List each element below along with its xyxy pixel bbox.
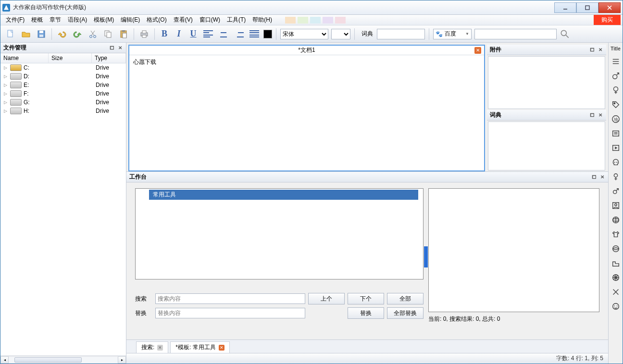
replace-all-button[interactable]: 全部替换 [387,307,424,319]
sidebar-hamburger-icon[interactable] [611,56,621,67]
color-picker[interactable] [263,30,272,38]
tree-row[interactable]: ▷ C: Drive [0,63,126,72]
save-button[interactable] [35,28,48,40]
document-body[interactable]: 心愿下载 [129,55,484,170]
italic-button[interactable]: I [173,29,185,39]
cut-button[interactable] [87,28,99,40]
document-close-icon[interactable]: ✕ [474,47,481,54]
align-right-button[interactable] [233,28,245,40]
tree-row[interactable]: ▷ D: Drive [0,72,126,81]
play-icon[interactable] [611,143,621,153]
panel-close-icon[interactable]: ✕ [599,174,605,180]
menu-tools[interactable]: 工具(T) [224,15,249,25]
shirt-icon[interactable] [611,229,621,240]
panel-close-icon[interactable]: ✕ [117,45,123,50]
mars-icon[interactable] [611,186,621,196]
swatch-5[interactable] [335,17,346,24]
align-justify-button[interactable] [248,28,261,40]
menu-view[interactable]: 查看(V) [170,15,196,25]
bold-button[interactable]: B [159,29,170,39]
preview-box[interactable] [428,188,599,312]
ball-icon[interactable] [611,243,621,254]
minimize-button[interactable] [554,2,576,13]
panel-close-icon[interactable]: ✕ [598,47,603,52]
tab-search[interactable]: 搜索: ✕ [136,341,168,353]
male-icon[interactable] [611,71,621,81]
file-tree-hscroll[interactable]: ◂▸ [0,355,126,364]
swatch-4[interactable] [323,17,333,24]
search-engine-select[interactable]: 🐾 百度 ▼ [433,29,472,39]
swords-icon[interactable] [611,287,621,297]
paste-button[interactable] [117,28,130,40]
web-search-input[interactable] [474,29,557,39]
face-icon[interactable] [611,301,621,312]
tab-template[interactable]: *模板: 常用工具 ✕ [170,341,229,353]
floorplan-icon[interactable] [611,258,621,268]
all-button[interactable]: 全部 [387,293,424,304]
attachment-body[interactable] [488,56,605,109]
panel-pin-icon[interactable]: ⧠ [591,174,598,180]
wheel-icon[interactable] [611,272,621,283]
sidebar-title-label[interactable]: Title [611,45,621,52]
expand-icon[interactable]: ▷ [2,91,8,96]
document-tab[interactable]: *文档1 ✕ [129,46,484,55]
undo-button[interactable] [56,28,68,40]
expand-icon[interactable]: ▷ [2,74,8,79]
earth-icon[interactable]: 地 [611,114,621,124]
prev-button[interactable]: 上个 [308,293,345,304]
panel-close-icon[interactable]: ✕ [598,112,603,118]
template-item[interactable]: 常用工具 [149,190,418,200]
buy-button[interactable]: 购买 [594,15,621,25]
venus-icon[interactable] [611,171,621,182]
expand-icon[interactable]: ▷ [2,83,8,87]
dict-body[interactable] [488,121,605,170]
panel-pin-icon[interactable]: ⧠ [109,45,115,50]
tree-row[interactable]: ▷ F: Drive [0,89,126,98]
dict-input[interactable] [377,29,425,39]
menu-outline[interactable]: 梗概 [28,15,46,25]
close-button[interactable] [598,2,621,13]
panel-pin-icon[interactable]: ⧠ [589,47,596,52]
tree-row[interactable]: ▷ G: Drive [0,98,126,107]
news-icon[interactable] [611,128,621,139]
menu-file[interactable]: 文件(F) [2,15,28,25]
person-icon[interactable] [611,200,621,211]
tree-row[interactable]: ▷ E: Drive [0,81,126,89]
globe-icon[interactable] [611,215,621,225]
copy-button[interactable] [102,28,114,40]
underline-button[interactable]: U [187,29,199,39]
align-left-button[interactable] [202,28,214,40]
menu-phrase[interactable]: 语段(A) [64,15,90,25]
align-center-button[interactable] [217,28,230,40]
new-button[interactable] [4,28,17,40]
swatch-1[interactable] [285,17,296,24]
replace-button[interactable]: 替换 [348,307,384,319]
next-button[interactable]: 下个 [348,293,384,304]
swatch-2[interactable] [298,17,308,24]
tab-close-icon[interactable]: ✕ [157,345,163,351]
menu-window[interactable]: 窗口(W) [196,15,224,25]
web-search-button[interactable] [560,29,570,39]
tree-row[interactable]: ▷ H: Drive [0,107,126,115]
tab-close-icon[interactable]: ✕ [219,345,224,351]
menu-help[interactable]: 帮助(H) [249,15,275,25]
menu-format[interactable]: 格式(O) [143,15,170,25]
panel-pin-icon[interactable]: ⧠ [589,112,596,118]
search-input[interactable] [155,293,305,304]
menu-chapter[interactable]: 章节 [46,15,64,25]
open-button[interactable] [20,28,32,40]
font-select[interactable]: 宋体 [280,29,328,39]
template-list[interactable]: 常用工具 [135,188,424,279]
tag-icon[interactable] [611,99,621,110]
fontsize-select[interactable] [331,29,350,39]
file-tree[interactable]: Name Size Type ▷ C: Drive▷ D: Drive▷ E: … [0,53,126,355]
expand-icon[interactable]: ▷ [2,65,8,70]
female-icon[interactable] [611,85,621,96]
redo-button[interactable] [71,28,84,40]
expand-icon[interactable]: ▷ [2,109,8,113]
splitter-handle[interactable] [424,246,428,267]
expand-icon[interactable]: ▷ [2,100,8,105]
menu-edit[interactable]: 编辑(E) [117,15,143,25]
maximize-button[interactable] [576,2,598,13]
replace-input[interactable] [155,308,305,318]
